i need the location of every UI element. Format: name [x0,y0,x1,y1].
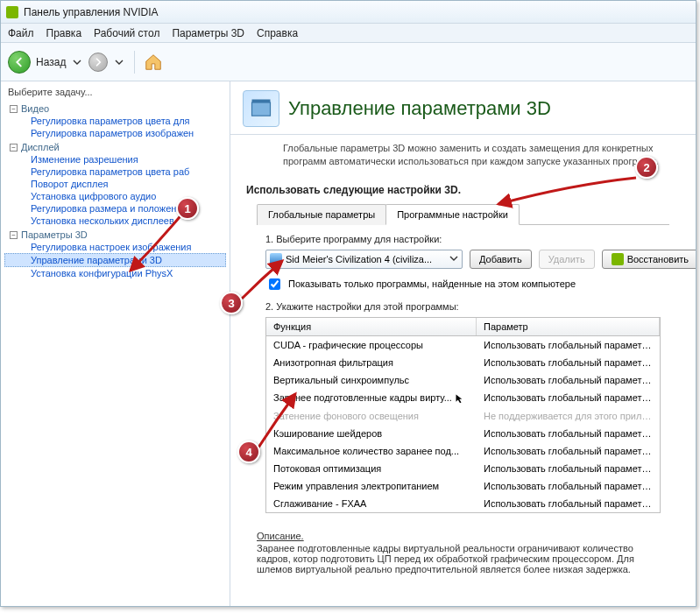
menu-file[interactable]: Файл [8,27,34,39]
page-description: Глобальные параметры 3D можно заменить и… [230,135,696,175]
table-row[interactable]: Заранее подготовленные кадры вирту... Ис… [266,389,660,407]
column-function[interactable]: Функция [266,318,477,335]
back-button[interactable] [8,51,31,74]
cell-function: Сглаживание - FXAA [266,497,477,510]
table-row[interactable]: Режим управления электропитаниемИспользо… [266,477,660,495]
tree-item[interactable]: Изменение разрешения [4,153,226,166]
menu-edit[interactable]: Правка [46,27,82,39]
cell-function: Потоковая оптимизация [266,462,477,475]
column-parameter[interactable]: Параметр [477,318,660,335]
cell-parameter: Использовать глобальный параметр (А... [477,480,660,492]
page-title: Управление параметрами 3D [288,97,551,120]
tree-item-manage-3d-settings[interactable]: Управление параметрами 3D [4,253,226,267]
cell-function: Затенение фонового освещения [266,410,477,422]
table-row[interactable]: CUDA - графические процессорыИспользоват… [266,336,660,354]
cell-parameter: Использовать глобальный параметр (В... [477,497,660,510]
annotation-marker-4: 4 [237,440,260,463]
cell-parameter: Использовать глобальный параметр (В... [477,374,660,386]
tree-group-video[interactable]: −Видео [4,102,226,115]
body: Выберите задачу... −Видео Регулировка па… [1,81,696,606]
tree-item[interactable]: Регулировка параметров цвета раб [4,166,226,178]
description-footer: Описание. Заранее подготовленные кадры в… [230,522,696,574]
back-label: Назад [36,56,66,68]
settings-table: Функция Параметр CUDA - графические проц… [265,317,661,513]
tree-item[interactable]: Регулировка настроек изображения [4,241,226,253]
nav-tree: −Видео Регулировка параметров цвета для … [1,102,230,279]
table-row[interactable]: Анизотропная фильтрацияИспользовать глоб… [266,354,660,371]
window-title: Панель управления NVIDIA [24,6,159,18]
tree-item[interactable]: Регулировка параметров цвета для [4,115,226,127]
nvidia-logo-icon [612,253,624,265]
annotation-marker-1: 1 [176,197,199,220]
table-row[interactable]: Вертикальный синхроимпульсИспользовать г… [266,371,660,389]
cell-function: Вертикальный синхроимпульс [266,374,477,386]
table-body: CUDA - графические процессорыИспользоват… [266,336,660,512]
restore-button[interactable]: Восстановить [602,250,696,269]
checkbox-input[interactable] [269,278,280,290]
table-row[interactable]: Максимальное количество заранее под...Ис… [266,442,660,460]
cell-parameter: Использовать глобальный параметр (В... [477,356,660,369]
cell-parameter: Использовать глобальный параметр (И... [477,445,660,457]
add-button[interactable]: Добавить [470,250,532,269]
cell-parameter: Не поддерживается для этого прилож... [477,410,660,422]
table-row[interactable]: Затенение фонового освещенияНе поддержив… [266,407,660,425]
footer-text: Заранее подготовленные кадры виртуальной… [257,543,634,574]
cell-parameter: Использовать глобальный параметр (1) [477,391,660,405]
cell-function: Режим управления электропитанием [266,480,477,492]
cell-function: Анизотропная фильтрация [266,356,477,369]
settings-tabs: Глобальные параметры Программные настрой… [257,203,669,225]
cell-parameter: Использовать глобальный параметр (А... [477,462,660,475]
sidebar-title: Выберите задачу... [1,85,230,101]
tab-program-settings[interactable]: Программные настройки [385,204,520,225]
remove-button: Удалить [539,250,595,269]
cell-function: Заранее подготовленные кадры вирту... [266,391,477,405]
forward-button[interactable] [88,53,108,72]
annotation-marker-2: 2 [635,156,658,179]
show-only-installed-checkbox[interactable]: Показывать только программы, найденные н… [265,276,661,292]
table-row[interactable]: Сглаживание - FXAAИспользовать глобальны… [266,495,660,512]
table-row[interactable]: Потоковая оптимизацияИспользовать глобал… [266,460,660,477]
menu-desktop[interactable]: Рабочий стол [94,27,159,39]
footer-title: Описание. [257,531,669,541]
program-select-value: Sid Meier's Civilization 4 (civiliza... [286,254,432,264]
main-content: Управление параметрами 3D Глобальные пар… [230,81,696,606]
back-dropdown[interactable] [71,56,83,68]
toolbar-separator [134,51,135,74]
titlebar: Панель управления NVIDIA [1,1,696,24]
cell-function: CUDA - графические процессоры [266,339,477,351]
tree-group-3d[interactable]: −Параметры 3D [4,229,226,241]
program-settings-panel: 1. Выберите программу для настройки: Sid… [257,225,669,522]
home-icon[interactable] [144,53,163,72]
section-title: Использовать следующие настройки 3D. [230,175,696,203]
table-header: Функция Параметр [266,318,660,336]
svg-rect-1 [252,100,271,103]
cell-function: Кэширование шейдеров [266,427,477,440]
nvidia-logo-icon [6,6,18,18]
annotation-marker-3: 3 [220,292,243,314]
program-icon [270,253,282,265]
menu-3d[interactable]: Параметры 3D [172,27,244,39]
checkbox-label: Показывать только программы, найденные н… [288,278,576,289]
tree-group-display[interactable]: −Дисплей [4,141,226,153]
svg-rect-0 [252,102,271,116]
tree-item[interactable]: Поворот дисплея [4,178,226,190]
nvidia-control-panel-window: Панель управления NVIDIA Файл Правка Раб… [0,0,696,607]
cell-parameter: Использовать глобальный параметр (В... [477,427,660,440]
chevron-down-icon [449,254,458,264]
cell-function: Максимальное количество заранее под... [266,445,477,457]
menu-help[interactable]: Справка [257,27,298,39]
toolbar: Назад [1,43,696,81]
page-header-icon [243,90,279,127]
menubar: Файл Правка Рабочий стол Параметры 3D Сп… [1,24,696,43]
table-row[interactable]: Кэширование шейдеровИспользовать глобаль… [266,425,660,442]
tab-global-settings[interactable]: Глобальные параметры [257,204,386,225]
forward-dropdown[interactable] [113,56,125,68]
page-header: Управление параметрами 3D [230,81,696,135]
cell-parameter: Использовать глобальный параметр (Все) [477,339,660,351]
task-navigation-sidebar: Выберите задачу... −Видео Регулировка па… [1,81,230,606]
tree-item[interactable]: Регулировка параметров изображен [4,127,226,139]
tree-item[interactable]: Установка конфигурации PhysX [4,267,226,279]
step1-label: 1. Выберите программу для настройки: [265,234,661,244]
step2-label: 2. Укажите настройки для этой программы: [265,301,661,312]
program-select-combo[interactable]: Sid Meier's Civilization 4 (civiliza... [265,250,463,269]
